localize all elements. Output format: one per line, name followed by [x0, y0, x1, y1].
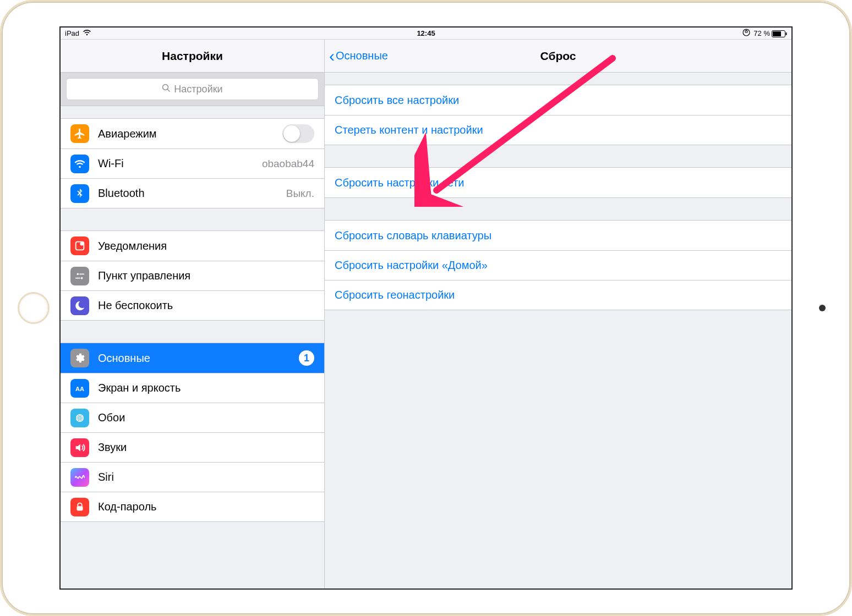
reset-location[interactable]: Сбросить геонастройки: [325, 280, 791, 310]
svg-point-21: [77, 416, 79, 417]
sidebar-item-siri[interactable]: Siri: [61, 462, 324, 492]
svg-point-16: [79, 415, 81, 416]
reset-group-2: Сбросить настройки сети: [325, 167, 791, 198]
sidebar-item-passcode[interactable]: Код-пароль: [61, 492, 324, 521]
svg-point-20: [77, 418, 79, 420]
svg-point-10: [81, 277, 83, 279]
chevron-left-icon: ‹: [329, 48, 335, 64]
settings-sidebar: Настройки Настройки Авиарежим: [61, 40, 325, 588]
list-item-label: Сбросить словарь клавиатуры: [335, 229, 782, 242]
sidebar-item-control-center[interactable]: Пункт управления: [61, 261, 324, 290]
screen: iPad 12:45 72 % Настройки: [59, 26, 793, 590]
sidebar-item-label: Код-пароль: [98, 501, 314, 513]
svg-text:AA: AA: [75, 385, 84, 392]
list-group: Основные 1 AA Экран и яркость Обои: [61, 343, 324, 522]
search-wrap: Настройки: [61, 73, 324, 106]
back-button[interactable]: ‹ Основные: [329, 40, 388, 72]
bluetooth-icon: [70, 184, 89, 203]
dnd-icon: [70, 296, 89, 315]
wifi-icon: [83, 29, 91, 37]
sidebar-item-label: Авиарежим: [98, 128, 282, 140]
reset-home-layout[interactable]: Сбросить настройки «Домой»: [325, 250, 791, 280]
detail-header: ‹ Основные Сброс: [325, 40, 791, 73]
control-center-icon: [70, 267, 89, 285]
status-time: 12:45: [417, 29, 435, 37]
list-item-label: Сбросить настройки «Домой»: [335, 259, 782, 272]
sidebar-item-label: Основные: [98, 352, 299, 365]
svg-point-15: [79, 417, 81, 419]
detail-title: Сброс: [540, 50, 576, 63]
sidebar-title: Настройки: [61, 40, 324, 73]
list-group: Уведомления Пункт управления Не беспокои…: [61, 230, 324, 321]
sidebar-item-wallpaper[interactable]: Обои: [61, 403, 324, 432]
sidebar-item-display[interactable]: AA Экран и яркость: [61, 373, 324, 403]
search-placeholder: Настройки: [174, 84, 222, 95]
sidebar-item-label: Звуки: [98, 441, 314, 454]
sidebar-item-label: Не беспокоить: [98, 299, 314, 312]
list-group: Авиарежим Wi-Fi obaobab44 Bluetooth Выкл…: [61, 118, 324, 208]
search-input[interactable]: Настройки: [66, 78, 319, 100]
airplane-icon: [70, 124, 89, 143]
rotation-lock-icon: [742, 29, 750, 38]
svg-point-7: [80, 242, 83, 245]
reset-group-3: Сбросить словарь клавиатуры Сбросить нас…: [325, 220, 791, 310]
airplane-toggle[interactable]: [282, 124, 314, 143]
bluetooth-value: Выкл.: [286, 188, 314, 200]
sidebar-item-wifi[interactable]: Wi-Fi obaobab44: [61, 148, 324, 178]
svg-line-5: [168, 89, 170, 91]
svg-rect-2: [773, 31, 781, 36]
sidebar-item-label: Уведомления: [98, 240, 314, 252]
sidebar-item-bluetooth[interactable]: Bluetooth Выкл.: [61, 178, 324, 208]
back-label: Основные: [336, 50, 388, 62]
sidebar-item-label: Bluetooth: [98, 187, 286, 200]
sidebar-item-label: Wi-Fi: [98, 157, 262, 170]
general-icon: [70, 349, 89, 367]
battery-icon: [772, 29, 787, 37]
wifi-value: obaobab44: [262, 158, 314, 170]
sounds-icon: [70, 438, 89, 457]
sidebar-item-label: Пункт управления: [98, 270, 314, 282]
svg-point-8: [77, 273, 79, 275]
list-item-label: Стереть контент и настройки: [335, 124, 782, 136]
reset-network-settings[interactable]: Сбросить настройки сети: [325, 168, 791, 197]
reset-group-1: Сбросить все настройки Стереть контент и…: [325, 85, 791, 145]
list-item-label: Сбросить все настройки: [335, 94, 782, 107]
svg-point-18: [81, 418, 83, 420]
sidebar-item-label: Siri: [98, 471, 314, 483]
sidebar-item-sounds[interactable]: Звуки: [61, 432, 324, 462]
siri-icon: [70, 468, 89, 487]
reset-all-settings[interactable]: Сбросить все настройки: [325, 85, 791, 115]
reset-keyboard-dictionary[interactable]: Сбросить словарь клавиатуры: [325, 221, 791, 250]
erase-content[interactable]: Стереть контент и настройки: [325, 115, 791, 145]
camera: [819, 305, 826, 311]
home-button[interactable]: [18, 292, 50, 324]
status-bar: iPad 12:45 72 %: [61, 28, 791, 40]
display-icon: AA: [70, 379, 89, 398]
svg-point-17: [81, 416, 83, 417]
battery-text: 72 %: [753, 29, 770, 37]
wifi-settings-icon: [70, 155, 89, 173]
sidebar-item-dnd[interactable]: Не беспокоить: [61, 290, 324, 320]
search-icon: [162, 84, 171, 95]
sidebar-item-airplane[interactable]: Авиарежим: [61, 119, 324, 148]
notifications-icon: [70, 237, 89, 255]
list-item-label: Сбросить геонастройки: [335, 289, 782, 301]
badge-count: 1: [299, 350, 314, 366]
detail-pane: ‹ Основные Сброс Сбросить все настройки …: [325, 40, 791, 588]
list-item-label: Сбросить настройки сети: [335, 177, 782, 189]
svg-rect-22: [77, 506, 83, 510]
sidebar-item-label: Обои: [98, 411, 314, 424]
device-label: iPad: [65, 29, 79, 37]
wallpaper-icon: [70, 409, 89, 427]
passcode-icon: [70, 498, 89, 516]
sidebar-item-notifications[interactable]: Уведомления: [61, 231, 324, 261]
sidebar-item-label: Экран и яркость: [98, 382, 314, 394]
svg-rect-3: [786, 32, 787, 35]
sidebar-item-general[interactable]: Основные 1: [61, 343, 324, 373]
svg-point-19: [79, 420, 81, 421]
